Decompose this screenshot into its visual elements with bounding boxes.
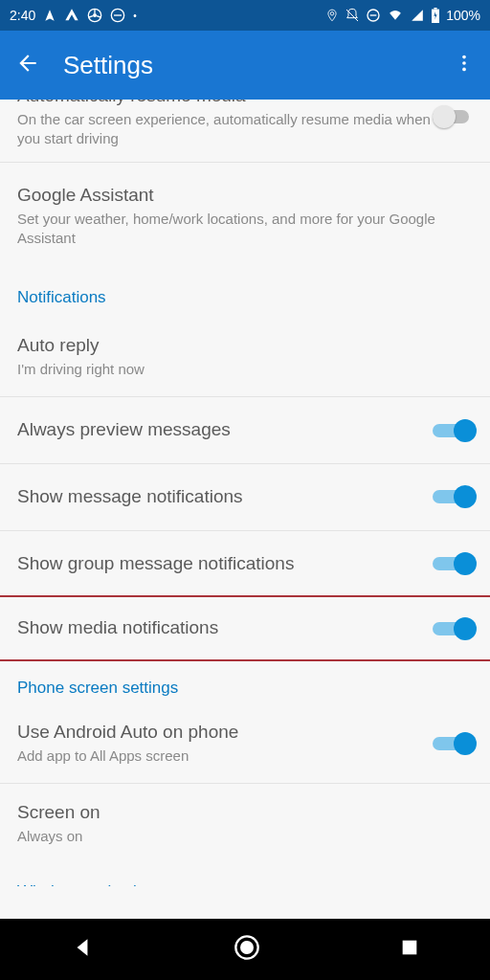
svg-point-11 [462,68,466,72]
svg-point-10 [462,61,466,65]
label: Screen on [17,801,473,825]
settings-list[interactable]: Automatically resume media On the car sc… [0,100,490,892]
status-bar: 2:40 • 100% [0,0,490,31]
subtitle: Always on [17,827,473,846]
nav-back-icon [70,935,95,960]
label: Google Assistant [17,184,473,208]
location-icon [325,9,339,22]
label: Auto reply [17,334,473,358]
label: Use Android Auto on phone [17,721,433,745]
subtitle: On the car screen experience, automatica… [17,110,433,149]
row-auto-reply[interactable]: Auto reply I'm driving right now [0,317,490,397]
nav-back-button[interactable] [70,935,95,964]
subtitle: I'm driving right now [17,360,473,379]
row-use-android-auto[interactable]: Use Android Auto on phone Add app to All… [0,707,490,784]
row-always-preview[interactable]: Always preview messages [0,397,490,464]
subtitle: Add app to All Apps screen [17,746,433,766]
label: Show group message notifications [17,552,433,576]
app-bar: Settings [0,31,490,100]
battery-icon [431,8,440,23]
android-auto-icon [64,8,79,23]
toggle-media-notif[interactable] [433,617,473,640]
dnd-circle-icon [366,8,381,23]
signal-icon [410,9,425,22]
overflow-button[interactable] [454,53,475,78]
row-group-notifications[interactable]: Show group message notifications [0,531,490,598]
toggle-resume-media[interactable] [433,105,473,128]
dnd-icon [110,8,125,23]
nav-home-button[interactable] [234,934,260,965]
svg-point-1 [93,13,97,17]
toggle-use-aa[interactable] [433,732,473,755]
row-message-notifications[interactable]: Show message notifications [0,464,490,531]
battery-pct: 100% [446,8,480,23]
status-time: 2:40 [10,8,35,23]
toggle-preview[interactable] [433,419,473,442]
section-phone-screen: Phone screen settings [0,659,490,707]
back-button[interactable] [15,51,40,79]
toggle-group-notif[interactable] [433,552,473,575]
label: Automatically resume media [17,100,433,108]
nav-home-icon [234,934,260,961]
label: Show media notifications [17,616,433,640]
row-screen-on[interactable]: Screen on Always on [0,784,490,863]
svg-rect-8 [434,8,437,10]
steering-icon [87,8,102,23]
navigation-bar [0,919,490,980]
nav-arrow-icon [43,9,56,22]
back-arrow-icon [15,51,40,76]
silent-icon [345,8,360,23]
svg-point-9 [462,56,466,59]
label: Always preview messages [17,418,433,442]
section-wireless: Wireless projection [0,863,490,886]
svg-rect-14 [403,941,417,955]
row-google-assistant[interactable]: Google Assistant Set your weather, home/… [0,163,490,269]
row-media-notifications[interactable]: Show media notifications [0,595,490,661]
nav-recent-icon [399,937,420,958]
toggle-msg-notif[interactable] [433,485,473,508]
svg-point-13 [240,941,254,954]
dot-icon: • [133,11,137,21]
label: Show message notifications [17,485,433,509]
row-resume-media[interactable]: Automatically resume media On the car sc… [0,100,490,163]
section-notifications: Notifications [0,269,490,317]
nav-recent-button[interactable] [399,937,420,962]
wifi-icon [387,9,404,22]
page-title: Settings [63,51,454,80]
more-vert-icon [454,53,475,74]
subtitle: Set your weather, home/work locations, a… [17,210,473,249]
